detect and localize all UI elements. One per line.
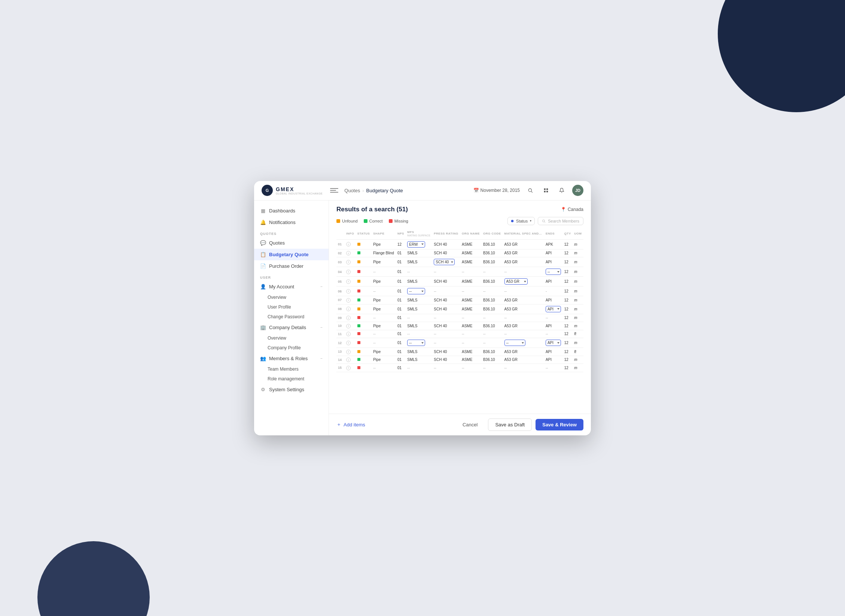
notification-button[interactable]	[556, 185, 567, 196]
info-icon[interactable]: i	[346, 316, 351, 320]
nps-value: 01	[397, 307, 402, 311]
org-code-cell: --	[482, 314, 503, 322]
mfs-cell: --SMLSERW	[406, 338, 432, 348]
sidebar-item-system-settings[interactable]: ⚙ System Settings	[254, 384, 329, 395]
row-number: 15	[336, 364, 345, 372]
info-icon[interactable]: i	[346, 279, 351, 284]
qty-value: 12	[564, 307, 568, 311]
info-icon[interactable]: i	[346, 251, 351, 255]
row-number: 01	[336, 239, 345, 249]
info-icon[interactable]: i	[346, 358, 351, 362]
breadcrumb-parent[interactable]: Quotes	[344, 188, 360, 193]
sidebar-item-my-account[interactable]: 👤 My Account −	[254, 281, 329, 292]
press-cell: SCH 40	[432, 304, 460, 314]
add-items-button[interactable]: ＋ Add items	[336, 421, 365, 428]
svg-rect-2	[544, 189, 546, 190]
press-select[interactable]: SCH 40SCH 40SCH 80	[434, 259, 455, 265]
mat-cell: A53 GR	[503, 322, 544, 330]
mfs-select[interactable]: --SMLSERW	[407, 288, 425, 294]
shape-cell: Pipe	[372, 304, 396, 314]
sidebar-item-company-details[interactable]: 🏢 Company Details −	[254, 322, 329, 333]
search-button[interactable]	[525, 185, 536, 196]
grid-view-button[interactable]	[541, 185, 551, 196]
ends-cell: APIAPIAPK	[544, 338, 563, 348]
org-name-cell: --	[460, 314, 482, 322]
mfs-value: SMLS	[407, 298, 417, 302]
info-icon[interactable]: i	[346, 242, 351, 246]
info-icon[interactable]: i	[346, 260, 351, 264]
info-icon[interactable]: i	[346, 307, 351, 311]
sidebar-item-dashboards[interactable]: ▦ Dashboards	[254, 205, 329, 217]
row-number: 12	[336, 338, 345, 348]
save-review-button[interactable]: Save & Review	[536, 419, 583, 430]
uom-cell: m	[573, 338, 583, 348]
cancel-button[interactable]: Cancel	[456, 419, 484, 430]
sidebar-item-purchase-order[interactable]: 📄 Purchase Order	[254, 260, 329, 272]
mat-cell: A53 GR	[503, 239, 544, 249]
uom-cell: m	[573, 239, 583, 249]
table-row: 03 i Pipe 01 SMLS SCH 40SCH 40SCH 80 ASM…	[336, 257, 583, 267]
press-cell: SCH 40SCH 40SCH 80	[432, 257, 460, 267]
mat-cell: A53 GR	[503, 304, 544, 314]
press-value: SCH 40	[434, 307, 447, 311]
nps-value: 01	[397, 350, 402, 354]
sidebar-item-budgetary-quote[interactable]: 📋 Budgetary Quote	[254, 249, 329, 260]
search-members-input[interactable]: Search Members	[538, 217, 583, 225]
info-icon[interactable]: i	[346, 341, 351, 345]
mat-select[interactable]: A53 GRA106 GR	[504, 278, 528, 285]
mat-select2[interactable]: --A53 GR	[504, 340, 525, 346]
mfs-select[interactable]: --SMLSERW	[407, 340, 425, 346]
qty-value: 12	[564, 350, 568, 354]
status-filter-button[interactable]: Status ▾	[507, 217, 535, 225]
sidebar-item-overview-account[interactable]: Overview	[254, 292, 329, 302]
ends-select[interactable]: APIAPIAPK	[546, 340, 561, 346]
org-name-cell: ASME	[460, 249, 482, 257]
sidebar-item-change-password[interactable]: Change Password	[254, 312, 329, 322]
info-icon[interactable]: i	[346, 289, 351, 294]
sidebar-item-team-members[interactable]: Team Members	[254, 364, 329, 374]
mfs-select[interactable]: ERWSMLSERW	[407, 241, 425, 248]
sidebar-toggle-button[interactable]	[330, 186, 338, 194]
info-icon[interactable]: i	[346, 270, 351, 274]
status-dot	[357, 307, 360, 310]
info-icon[interactable]: i	[346, 324, 351, 328]
org-name-value: ASME	[462, 307, 472, 311]
shape-cell: --	[372, 338, 396, 348]
info-icon[interactable]: i	[346, 350, 351, 354]
sidebar-item-members-roles[interactable]: 👥 Members & Roles −	[254, 353, 329, 364]
mfs-cell: --	[406, 314, 432, 322]
org-name-value: ASME	[462, 350, 472, 354]
table-row: 10 i Pipe 01 SMLS SCH 40 ASME B36.10 A53…	[336, 322, 583, 330]
ends-select[interactable]: APIAPIAPK	[546, 306, 561, 312]
breadcrumb-separator: ›	[362, 188, 364, 193]
mfs-value: SMLS	[407, 260, 417, 264]
sidebar-item-role-management[interactable]: Role management	[254, 374, 329, 384]
svg-point-0	[528, 189, 531, 191]
info-icon[interactable]: i	[346, 298, 351, 303]
info-icon[interactable]: i	[346, 366, 351, 370]
org-code-value: B36.10	[483, 260, 495, 264]
row-number: 04	[336, 267, 345, 277]
sidebar-item-quotes[interactable]: 💬 Quotes	[254, 237, 329, 249]
nps-value: 01	[397, 260, 402, 264]
save-draft-button[interactable]: Save as Draft	[488, 419, 532, 431]
row-number: 03	[336, 257, 345, 267]
svg-line-8	[544, 221, 545, 222]
shape-cell: Pipe	[372, 257, 396, 267]
sidebar-item-company-profile[interactable]: Company Profile	[254, 343, 329, 353]
sidebar-item-overview-company[interactable]: Overview	[254, 333, 329, 343]
mfs-cell: SMLS	[406, 348, 432, 356]
user-avatar[interactable]: JD	[572, 185, 583, 196]
mfs-cell: --SMLSERW	[406, 286, 432, 296]
sidebar-item-notifications[interactable]: 🔔 Notifications	[254, 217, 329, 228]
ends-select[interactable]: --APIAPK	[546, 269, 561, 275]
sidebar-item-user-profile[interactable]: User Profile	[254, 302, 329, 312]
info-icon[interactable]: i	[346, 332, 351, 336]
org-code-value: --	[483, 316, 486, 320]
qty-cell: 12	[563, 277, 573, 286]
qty-cell: 12	[563, 304, 573, 314]
uom-value: m	[574, 366, 577, 370]
status-cell	[356, 314, 372, 322]
nps-cell: 01	[396, 314, 406, 322]
members-roles-label: Members & Roles	[269, 356, 308, 361]
